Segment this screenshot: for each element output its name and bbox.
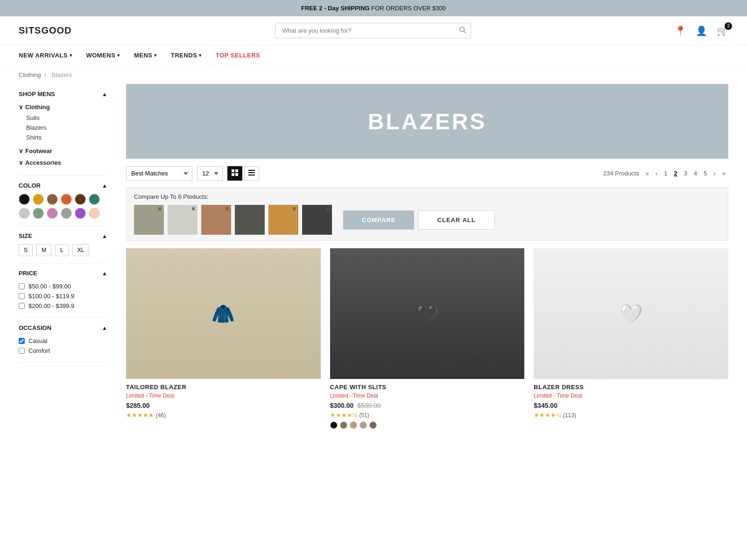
per-page-select[interactable]: 122448 xyxy=(197,166,223,181)
breadcrumb-parent[interactable]: Clothing xyxy=(19,71,41,78)
list-icon xyxy=(248,169,255,176)
product-color-1-3[interactable] xyxy=(359,421,367,429)
clear-all-button[interactable]: CLEAR ALL xyxy=(418,210,494,230)
svg-rect-6 xyxy=(248,170,255,171)
page-last-btn[interactable]: » xyxy=(719,169,728,178)
svg-line-1 xyxy=(464,31,466,34)
occasion-section-header[interactable]: OCCASION ▲ xyxy=(19,324,107,331)
product-current-price-1: $300.00 xyxy=(330,402,354,409)
compare-item-remove-1[interactable]: ✕ xyxy=(191,206,196,212)
sort-select[interactable]: Best MatchesPrice Low to HighPrice High … xyxy=(126,166,192,181)
compare-item-remove-0[interactable]: ✕ xyxy=(157,206,162,212)
price-checkbox-1[interactable] xyxy=(19,293,25,299)
color-swatch-orange[interactable] xyxy=(61,194,72,205)
sidebar-item-accessories[interactable]: ∨ Accessories xyxy=(19,158,107,168)
list-view-button[interactable] xyxy=(244,166,259,181)
color-swatch-teal[interactable] xyxy=(89,194,100,205)
page-first-btn[interactable]: « xyxy=(643,169,652,178)
color-swatch-sage[interactable] xyxy=(33,208,44,219)
page-prev-btn[interactable]: ‹ xyxy=(653,169,660,178)
color-swatch-gray[interactable] xyxy=(61,208,72,219)
compare-items: ✕✕✕✕✕✕ COMPARE CLEAR ALL xyxy=(134,205,720,235)
compare-item-3: ✕ xyxy=(235,205,265,235)
search-icon xyxy=(459,26,466,34)
sidebar-item-footwear[interactable]: ∨ Footwear xyxy=(19,146,107,156)
color-swatch-mustard[interactable] xyxy=(33,194,44,205)
compare-button[interactable]: COMPARE xyxy=(343,210,414,230)
nav-item-top-sellers[interactable]: TOP SELLERS xyxy=(216,45,260,65)
price-checkbox-2[interactable] xyxy=(19,303,25,309)
product-card-1[interactable]: 🖤 CAPE WITH SLITS Limited - Time Deal $3… xyxy=(330,248,525,429)
page-btn-2[interactable]: 2 xyxy=(671,169,680,178)
search-icon-button[interactable] xyxy=(459,26,466,35)
occasion-filter-casual[interactable]: Casual xyxy=(19,336,107,346)
banner-rest: FOR ORDERS OVER $300 xyxy=(371,5,446,12)
product-color-1-0[interactable] xyxy=(330,421,338,429)
sidebar-item-clothing[interactable]: ∨ Clothing xyxy=(19,102,107,112)
product-color-1-4[interactable] xyxy=(369,421,377,429)
price-filter-2[interactable]: $200.00 - $399.9 xyxy=(19,301,107,311)
compare-item-remove-3[interactable]: ✕ xyxy=(258,206,263,212)
page-next-btn[interactable]: › xyxy=(711,169,718,178)
nav-item-trends[interactable]: TRENDS ▾ xyxy=(171,45,202,65)
price-section-header[interactable]: PRICE ▲ xyxy=(19,270,107,277)
price-filter-0[interactable]: $50.00 - $99.00 xyxy=(19,281,107,291)
nav-item-womens[interactable]: WOMENS ▾ xyxy=(86,45,120,65)
product-review-count-2: (113) xyxy=(563,412,576,419)
nav-item-new-arrivals[interactable]: NEW ARRIVALS ▾ xyxy=(19,45,72,65)
banner-bold: FREE 2 - Day SHIPPING xyxy=(301,5,370,12)
color-swatch-light-gray[interactable] xyxy=(19,208,30,219)
compare-item-remove-2[interactable]: ✕ xyxy=(225,206,229,212)
sidebar-item-shirts[interactable]: Shirts xyxy=(19,133,107,142)
color-swatch-brown[interactable] xyxy=(47,194,58,205)
page-btn-1[interactable]: 1 xyxy=(661,169,670,178)
compare-actions: COMPARE CLEAR ALL xyxy=(343,210,495,230)
nav-item-mens[interactable]: MENS ▾ xyxy=(134,45,157,65)
color-swatch-dark-brown[interactable] xyxy=(75,194,86,205)
account-icon[interactable]: 👤 xyxy=(696,25,707,36)
color-swatch-purple[interactable] xyxy=(75,208,86,219)
color-section-header[interactable]: COLOR ▲ xyxy=(19,182,107,189)
svg-rect-7 xyxy=(248,172,255,173)
page-btn-4[interactable]: 4 xyxy=(691,169,700,178)
page-btn-5[interactable]: 5 xyxy=(701,169,710,178)
price-filter-1[interactable]: $100.00 - $119.9 xyxy=(19,291,107,301)
product-color-1-1[interactable] xyxy=(340,421,347,429)
product-stars-2: ★★★★½ xyxy=(534,412,561,419)
size-btn-xl[interactable]: XL xyxy=(72,244,90,256)
product-color-1-2[interactable] xyxy=(350,421,357,429)
color-swatch-blush[interactable] xyxy=(89,208,100,219)
size-btn-l[interactable]: L xyxy=(55,244,69,256)
logo[interactable]: SITSGOOD xyxy=(19,25,72,36)
size-btn-s[interactable]: S xyxy=(19,244,33,256)
location-icon[interactable]: 📍 xyxy=(675,25,686,36)
grid-view-button[interactable] xyxy=(227,166,242,181)
toolbar: Best MatchesPrice Low to HighPrice High … xyxy=(126,166,728,181)
product-card-2[interactable]: 🤍 BLAZER DRESS Limited - Time Deal $345.… xyxy=(534,248,728,429)
product-card-0[interactable]: 🧥 TAILORED BLAZER Limited - Time Deal $2… xyxy=(126,248,321,429)
search-input[interactable] xyxy=(275,23,471,38)
compare-item-remove-5[interactable]: ✕ xyxy=(325,206,330,212)
compare-item-4: ✕ xyxy=(268,205,298,235)
occasion-checkbox-0[interactable] xyxy=(19,338,25,344)
occasion-checkbox-1[interactable] xyxy=(19,348,25,354)
hero-title: BLAZERS xyxy=(368,109,487,134)
sidebar-item-blazers[interactable]: Blazers xyxy=(19,123,107,133)
compare-item-remove-4[interactable]: ✕ xyxy=(292,206,296,212)
price-checkbox-0[interactable] xyxy=(19,283,25,289)
size-btn-m[interactable]: M xyxy=(36,244,51,256)
product-deal-0: Limited - Time Deal xyxy=(126,392,321,399)
product-original-price-1: $530.00 xyxy=(357,402,381,409)
color-swatch-black[interactable] xyxy=(19,194,30,205)
size-section-header[interactable]: SIZE ▲ xyxy=(19,232,107,239)
cart-icon[interactable]: 🛒 3 xyxy=(717,25,728,36)
product-image-2: 🤍 xyxy=(534,248,728,379)
shop-mens-header[interactable]: SHOP MENS ▲ xyxy=(19,91,107,98)
sidebar-item-suits[interactable]: Suits xyxy=(19,113,107,123)
color-swatch-mauve[interactable] xyxy=(47,208,58,219)
sidebar-shop-section: SHOP MENS ▲ ∨ Clothing Suits Blazers Shi… xyxy=(19,84,107,175)
sidebar: SHOP MENS ▲ ∨ Clothing Suits Blazers Shi… xyxy=(19,84,117,429)
page-btn-3[interactable]: 3 xyxy=(681,169,690,178)
svg-rect-5 xyxy=(235,173,238,176)
occasion-filter-comfort[interactable]: Comfort xyxy=(19,346,107,356)
